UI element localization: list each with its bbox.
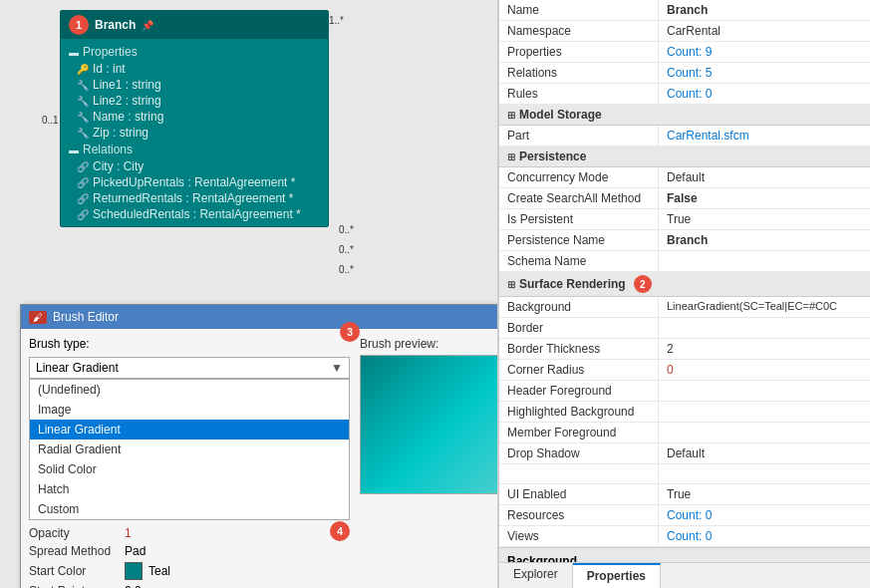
tab-explorer[interactable]: Explorer <box>499 563 573 588</box>
branch-class-box[interactable]: 1 Branch 📌 ▬ Properties 🔑 Id : int 🔧 Lin… <box>60 10 329 227</box>
prop-val-relations[interactable]: Count: 5 <box>659 63 870 83</box>
brush-type-list[interactable]: (Undefined) Image Linear Gradient Radial… <box>29 379 350 520</box>
prop-name-part: Part <box>499 126 659 146</box>
prop-name-header-fg: Header Foreground <box>499 381 659 401</box>
prop-name-resources: Resources <box>499 505 659 525</box>
relations-section-header[interactable]: ▬ Relations <box>61 141 328 158</box>
start-point-label: Start Point <box>29 584 119 588</box>
prop-name: 🔧 Name : string <box>61 109 328 125</box>
properties-table: Name Branch Namespace CarRental Properti… <box>499 0 870 562</box>
relations-label: Relations <box>83 143 133 156</box>
brush-editor-body: Brush type: 3 Linear Gradient ▼ (Undefin… <box>21 329 498 588</box>
prop-val-highlighted-bg <box>659 402 870 422</box>
brush-properties: 4 Opacity 1 Spread Method Pad Start Colo… <box>29 526 350 588</box>
collapse-relations-icon[interactable]: ▬ <box>69 145 79 155</box>
properties-list: 🔑 Id : int 🔧 Line1 : string 🔧 Line2 : st… <box>61 61 328 141</box>
brush-editor-label: Brush Editor <box>53 310 119 324</box>
prop-val-persistent: True <box>659 209 870 229</box>
prop-name-schema: Schema Name <box>499 251 659 271</box>
section-surface-rendering[interactable]: ⊞ Surface Rendering 2 <box>499 272 870 297</box>
badge-3: 3 <box>340 322 360 342</box>
brush-editor[interactable]: 🖌 Brush Editor ✕ Brush type: 3 Linear Gr… <box>20 304 498 588</box>
option-image[interactable]: Image <box>30 400 349 420</box>
start-color-swatch[interactable] <box>125 562 143 580</box>
rel-icon-4: 🔗 <box>77 209 89 220</box>
option-linear-gradient[interactable]: Linear Gradient <box>30 420 349 440</box>
prop-name-name: Name <box>499 0 659 20</box>
prop-line2: 🔧 Line2 : string <box>61 93 328 109</box>
tab-properties[interactable]: Properties <box>573 563 661 588</box>
prop-val-namespace: CarRental <box>659 21 870 41</box>
prop-name-ui-enabled: UI Enabled <box>499 484 659 504</box>
prop-name-empty <box>499 464 659 483</box>
section-model-storage[interactable]: ⊞ Model Storage <box>499 105 870 126</box>
prop-name-persistence-name: Persistence Name <box>499 230 659 250</box>
prop-val-name: Branch <box>659 0 870 20</box>
prop-row-ui-enabled: UI Enabled True <box>499 484 870 505</box>
prop-name-member-fg: Member Foreground <box>499 423 659 442</box>
brush-type-dropdown[interactable]: Linear Gradient ▼ <box>29 357 350 379</box>
prop-val-resources[interactable]: Count: 0 <box>659 505 870 525</box>
prop-val-rules[interactable]: Count: 0 <box>659 84 870 104</box>
expand-persistence-icon[interactable]: ⊞ <box>507 151 515 162</box>
persistence-label: Persistence <box>519 149 586 163</box>
option-radial-gradient[interactable]: Radial Gradient <box>30 440 349 459</box>
bottom-tabs: Explorer Properties <box>499 562 870 588</box>
prop-row-header-fg: Header Foreground <box>499 381 870 402</box>
rel-icon-1: 🔗 <box>77 161 89 172</box>
prop-row-member-fg: Member Foreground <box>499 423 870 443</box>
prop-val-header-fg <box>659 381 870 401</box>
prop-name-properties: Properties <box>499 42 659 62</box>
option-solid-color[interactable]: Solid Color <box>30 459 349 479</box>
rel-icon-2: 🔗 <box>77 177 89 188</box>
prop-name-drop-shadow: Drop Shadow <box>499 443 659 463</box>
prop-row-highlighted-bg: Highlighted Background <box>499 402 870 423</box>
prop-row-persistent: Is Persistent True <box>499 209 870 230</box>
expand-surface-rendering-icon[interactable]: ⊞ <box>507 279 515 290</box>
background-section: Background Defines the shape background … <box>499 547 870 562</box>
spread-method-label: Spread Method <box>29 544 119 558</box>
multiplicity-top: 1..* <box>329 15 344 26</box>
prop-val-properties[interactable]: Count: 9 <box>659 42 870 62</box>
mult-2: 0..* <box>339 264 354 275</box>
collapse-properties-icon[interactable]: ▬ <box>69 47 79 58</box>
prop-row-searchall: Create SearchAll Method False <box>499 188 870 209</box>
prop-val-searchall: False <box>659 188 870 208</box>
brush-editor-header: 🖌 Brush Editor ✕ <box>21 305 498 329</box>
badge-2: 2 <box>634 275 652 293</box>
prop-name-views: Views <box>499 526 659 546</box>
prop-val-member-fg <box>659 423 870 442</box>
prop-icon-2: 🔧 <box>77 96 89 107</box>
prop-name-highlighted-bg: Highlighted Background <box>499 402 659 422</box>
surface-rendering-label: Surface Rendering <box>519 277 626 291</box>
prop-val-part[interactable]: CarRental.sfcm <box>659 126 870 146</box>
spread-method-row: Spread Method Pad <box>29 544 350 558</box>
prop-row-schema: Schema Name <box>499 251 870 272</box>
prop-name-searchall: Create SearchAll Method <box>499 188 659 208</box>
properties-section-header[interactable]: ▬ Properties <box>61 43 328 61</box>
prop-row-views: Views Count: 0 <box>499 526 870 547</box>
prop-name-border-thickness: Border Thickness <box>499 339 659 359</box>
prop-row-drop-shadow: Drop Shadow Default <box>499 443 870 464</box>
expand-model-storage-icon[interactable]: ⊞ <box>507 110 515 121</box>
option-custom[interactable]: Custom <box>30 499 349 519</box>
rel-returned: 🔗 ReturnedRentals : RentalAgreement * <box>61 190 328 206</box>
prop-row-name: Name Branch <box>499 0 870 21</box>
start-point-row: Start Point 0;0 <box>29 584 350 588</box>
option-undefined[interactable]: (Undefined) <box>30 380 349 400</box>
prop-name-concurrency: Concurrency Mode <box>499 167 659 187</box>
prop-val-views[interactable]: Count: 0 <box>659 526 870 546</box>
class-name: Branch <box>95 18 136 32</box>
start-color-row: Start Color Teal <box>29 562 350 580</box>
prop-row-part: Part CarRental.sfcm <box>499 126 870 147</box>
brush-left-panel: Brush type: 3 Linear Gradient ▼ (Undefin… <box>29 337 350 588</box>
brush-preview-box <box>360 355 498 494</box>
section-persistence[interactable]: ⊞ Persistence <box>499 147 870 167</box>
prop-icon-1: 🔧 <box>77 80 89 91</box>
prop-name-namespace: Namespace <box>499 21 659 41</box>
option-hatch[interactable]: Hatch <box>30 479 349 499</box>
mult-0: 0..* <box>339 224 354 235</box>
rel-icon-3: 🔗 <box>77 193 89 204</box>
prop-val-border <box>659 318 870 338</box>
start-color-label: Start Color <box>29 564 119 578</box>
